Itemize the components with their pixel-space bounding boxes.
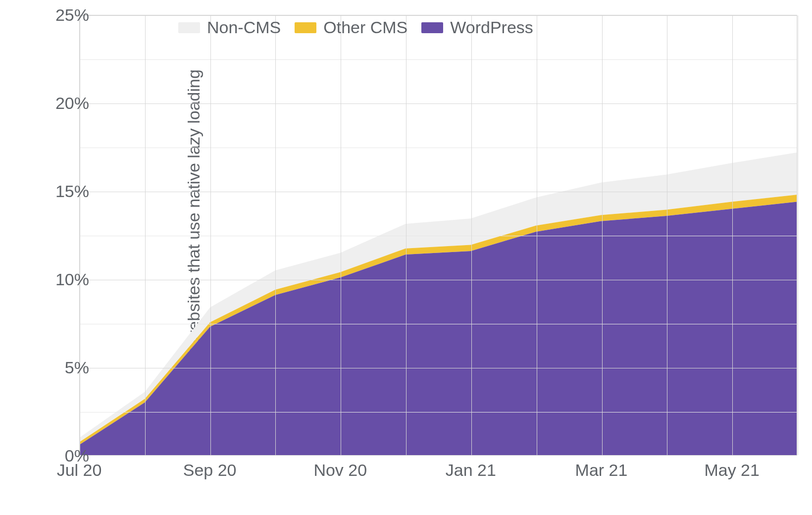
y-tick-label: 5% (30, 358, 89, 377)
x-tick-label: Jan 21 (446, 461, 496, 480)
gridline-h-minor (80, 59, 797, 60)
gridline-v (80, 15, 80, 455)
gridline-h-minor (80, 148, 797, 148)
legend-item-wordpress: WordPress (421, 18, 533, 37)
gridline-h (80, 192, 797, 192)
gridline-v (210, 15, 211, 455)
legend-swatch-wordpress (421, 22, 443, 33)
gridline-h (80, 103, 797, 104)
gridline-v (602, 15, 603, 455)
gridline-h-minor (80, 236, 797, 236)
gridline-h-minor (80, 324, 797, 324)
gridline-v (406, 15, 406, 455)
chart-container: Percent of all websites that use native … (0, 0, 812, 515)
y-tick-label: 20% (30, 94, 89, 113)
x-tick-label: Sep 20 (183, 461, 237, 480)
gridline-v (471, 15, 472, 455)
legend-label-othercms: Other CMS (323, 18, 407, 37)
x-tick-label: Mar 21 (575, 461, 628, 480)
legend-swatch-othercms (295, 22, 316, 33)
legend-swatch-noncms (178, 22, 200, 33)
gridline-h-minor (80, 412, 797, 412)
gridline-v (798, 15, 798, 455)
gridline-v (341, 15, 341, 455)
legend-label-noncms: Non-CMS (207, 18, 281, 37)
legend-item-othercms: Other CMS (295, 18, 407, 37)
x-tick-label: Nov 20 (313, 461, 367, 480)
gridline-v (537, 15, 537, 455)
plot-area (79, 15, 797, 456)
gridline-v (145, 15, 146, 455)
gridline-v (275, 15, 276, 455)
y-tick-label: 15% (30, 182, 89, 201)
gridline-v (732, 15, 733, 455)
x-tick-label: May 21 (704, 461, 760, 480)
gridline-h (80, 280, 797, 280)
legend-item-noncms: Non-CMS (178, 18, 281, 37)
y-tick-label: 10% (30, 270, 89, 289)
x-tick-label: Jul 20 (57, 461, 102, 480)
legend-label-wordpress: WordPress (450, 18, 533, 37)
area-svg (80, 15, 797, 455)
gridline-v (667, 15, 667, 455)
y-tick-label: 25% (30, 5, 89, 25)
gridline-h (80, 15, 797, 16)
gridline-h (80, 368, 797, 368)
legend: Non-CMS Other CMS WordPress (178, 18, 533, 37)
